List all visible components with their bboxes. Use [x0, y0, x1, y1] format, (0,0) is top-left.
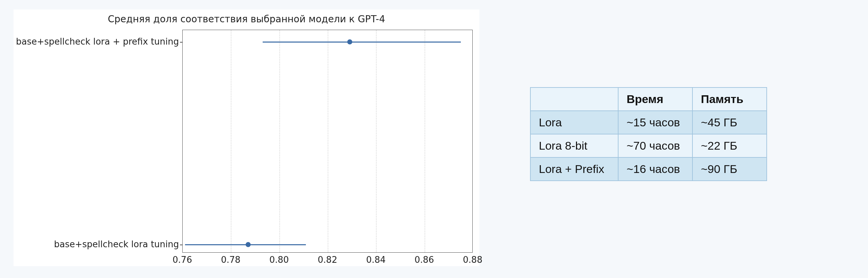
errorbar-point-0	[347, 40, 352, 45]
x-tick-label: 0.84	[366, 255, 386, 265]
x-tick-label: 0.80	[269, 255, 289, 265]
results-table: Время Память Lora ~15 часов ~45 ГБ Lora …	[530, 87, 767, 181]
table-cell-name: Lora	[530, 111, 618, 134]
table-header-time: Время	[618, 87, 692, 111]
table-cell-memory: ~22 ГБ	[692, 134, 767, 157]
chart-title: Средняя доля соответствия выбранной моде…	[14, 14, 479, 25]
x-tick-label: 0.86	[415, 255, 434, 265]
x-tick-label: 0.76	[173, 255, 192, 265]
table-cell-time: ~16 часов	[618, 157, 692, 181]
y-tick-mark	[180, 245, 183, 245]
chart-container: Средняя доля соответствия выбранной моде…	[14, 9, 479, 266]
table-cell-memory: ~45 ГБ	[692, 111, 767, 134]
gridline	[280, 30, 280, 252]
table-cell-time: ~70 часов	[618, 134, 692, 157]
gridline	[231, 30, 231, 252]
x-tick-label: 0.88	[463, 255, 482, 265]
table-cell-name: Lora 8-bit	[530, 134, 618, 157]
errorbar-line-0	[263, 42, 461, 43]
y-tick-label-1: base+spellcheck lora tuning	[14, 239, 179, 250]
y-tick-mark	[180, 42, 183, 43]
table-container: Время Память Lora ~15 часов ~45 ГБ Lora …	[530, 87, 767, 181]
table-row: Lora 8-bit ~70 часов ~22 ГБ	[530, 134, 767, 157]
table-cell-name: Lora + Prefix	[530, 157, 618, 181]
table-cell-memory: ~90 ГБ	[692, 157, 767, 181]
table-header-row: Время Память	[530, 87, 767, 111]
table-row: Lora ~15 часов ~45 ГБ	[530, 111, 767, 134]
gridline	[425, 30, 425, 252]
table-header-memory: Память	[692, 87, 767, 111]
x-tick-label: 0.82	[318, 255, 337, 265]
plot-area	[182, 30, 473, 253]
gridline	[376, 30, 376, 252]
table-header-blank	[530, 87, 618, 111]
y-tick-label-0: base+spellcheck lora + prefix tuning	[14, 36, 179, 47]
gridline	[328, 30, 328, 252]
table-row: Lora + Prefix ~16 часов ~90 ГБ	[530, 157, 767, 181]
errorbar-point-1	[245, 242, 251, 247]
table-cell-time: ~15 часов	[618, 111, 692, 134]
x-tick-label: 0.78	[221, 255, 240, 265]
